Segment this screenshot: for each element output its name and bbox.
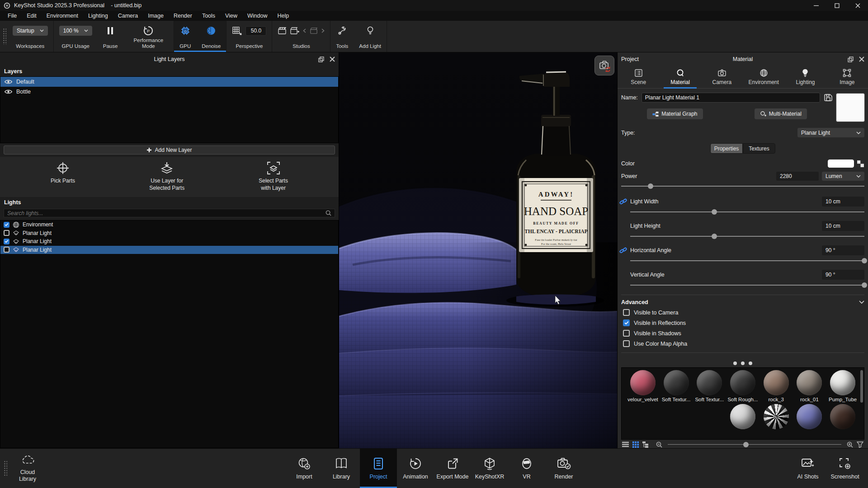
screenshot-button[interactable]: Screenshot: [826, 449, 863, 488]
tab-scene[interactable]: Scene: [618, 67, 659, 88]
tab-material[interactable]: Material: [659, 67, 701, 88]
close-panel-icon[interactable]: [859, 56, 864, 62]
menu-file[interactable]: File: [3, 11, 22, 21]
thumbnail-size-slider[interactable]: [668, 441, 841, 448]
toolbar-grip[interactable]: [3, 28, 6, 45]
light-checkbox[interactable]: [4, 247, 9, 253]
material-sphere[interactable]: [730, 404, 755, 429]
close-button[interactable]: [847, 0, 868, 11]
filter-icon[interactable]: [857, 441, 863, 448]
vertical-angle-slider[interactable]: [630, 282, 864, 288]
horizontal-angle-slider[interactable]: [630, 258, 864, 264]
library-button[interactable]: Library: [323, 449, 360, 488]
menu-render[interactable]: Render: [169, 11, 197, 21]
add-light-group[interactable]: Add Light: [354, 21, 387, 52]
add-studio-icon[interactable]: [290, 27, 299, 35]
tab-environment[interactable]: Environment: [743, 67, 784, 88]
layer-row-bottle[interactable]: Bottle: [0, 87, 338, 97]
workspace-dropdown[interactable]: Startup: [13, 26, 48, 36]
vr-button[interactable]: VR: [508, 449, 545, 488]
horizontal-angle-field[interactable]: 90 °: [822, 245, 864, 255]
focal-length-field[interactable]: 50.0: [245, 26, 266, 36]
link-icon[interactable]: [619, 247, 627, 254]
checkbox[interactable]: [623, 330, 630, 337]
light-width-field[interactable]: 10 cm: [822, 197, 864, 206]
material-thumb[interactable]: [826, 404, 859, 429]
lights-search-input[interactable]: [7, 210, 326, 216]
material-sphere[interactable]: [830, 404, 855, 429]
ribbon-grip[interactable]: [4, 460, 7, 476]
menu-help[interactable]: Help: [272, 11, 294, 21]
link-icon[interactable]: [619, 198, 627, 206]
visible-in-reflections-option[interactable]: Visible in Reflections: [621, 319, 864, 326]
cloud-library-button[interactable]: CloudLibrary: [9, 449, 46, 488]
gpu-toggle[interactable]: G GPU: [174, 21, 196, 52]
material-sphere[interactable]: [764, 370, 789, 395]
minimize-button[interactable]: [806, 0, 826, 11]
checkbox[interactable]: [623, 319, 630, 326]
tab-camera[interactable]: Camera: [701, 67, 743, 88]
material-sphere[interactable]: [697, 370, 722, 395]
eye-icon[interactable]: [5, 89, 12, 94]
tab-lighting[interactable]: Lighting: [784, 67, 826, 88]
checkbox[interactable]: [623, 309, 630, 316]
menu-environment[interactable]: Environment: [42, 11, 83, 21]
add-new-layer-button[interactable]: Add New Layer: [4, 145, 335, 155]
checkbox[interactable]: [623, 340, 630, 347]
studio-list-icon[interactable]: [310, 27, 318, 34]
material-thumb[interactable]: Soft Rough...: [726, 370, 760, 402]
tools-group[interactable]: Tools: [330, 21, 354, 52]
light-width-slider[interactable]: [630, 209, 864, 215]
material-thumb[interactable]: rock_3: [760, 370, 793, 402]
close-panel-icon[interactable]: [330, 56, 335, 62]
layer-row-default[interactable]: Default: [0, 77, 338, 87]
light-row-environment[interactable]: Environment: [0, 221, 338, 229]
power-slider[interactable]: [621, 183, 864, 189]
tree-view-icon[interactable]: [642, 441, 650, 448]
material-thumb[interactable]: Pump_Tube: [826, 370, 859, 402]
keyshotxr-button[interactable]: KeyShotXR: [471, 449, 508, 488]
light-checkbox[interactable]: [4, 222, 9, 228]
material-sphere[interactable]: [764, 404, 789, 429]
export-mode-button[interactable]: Export Mode: [434, 449, 471, 488]
render-button[interactable]: Render: [545, 449, 582, 488]
denoise-toggle[interactable]: Denoise: [196, 21, 226, 52]
use-layer-button[interactable]: Use Layer forSelected Parts: [149, 161, 184, 192]
performance-mode-group[interactable]: P Performance Mode: [123, 21, 174, 52]
light-row-planar-1[interactable]: Planar Light: [0, 229, 338, 238]
light-row-planar-3[interactable]: Planar Light: [0, 246, 338, 254]
maximize-button[interactable]: [826, 0, 847, 11]
menu-image[interactable]: Image: [143, 11, 169, 21]
ai-shots-button[interactable]: AI Shots: [789, 449, 826, 488]
vertical-angle-field[interactable]: 90 °: [822, 270, 864, 280]
material-sphere[interactable]: [830, 370, 855, 395]
save-icon[interactable]: [824, 94, 833, 102]
menu-tools[interactable]: Tools: [197, 11, 220, 21]
use-color-map-alpha-option[interactable]: Use Color Map Alpha: [621, 340, 864, 347]
material-type-dropdown[interactable]: Planar Light: [797, 128, 864, 137]
material-thumb[interactable]: [793, 404, 826, 429]
light-height-slider[interactable]: [630, 233, 864, 239]
advanced-section-header[interactable]: Advanced: [621, 299, 864, 305]
material-thumb[interactable]: rock_01: [793, 370, 826, 402]
material-thumb[interactable]: velour_velvet: [626, 370, 660, 402]
subtab-textures[interactable]: Textures: [743, 143, 775, 154]
material-sphere[interactable]: [730, 370, 755, 395]
subtab-properties[interactable]: Properties: [710, 143, 743, 154]
menu-lighting[interactable]: Lighting: [83, 11, 113, 21]
studio-icon[interactable]: [278, 27, 287, 35]
color-swatch[interactable]: [828, 160, 854, 168]
list-view-icon[interactable]: [622, 441, 629, 447]
material-name-input[interactable]: [642, 93, 820, 103]
power-value-field[interactable]: 2280: [776, 172, 819, 181]
light-checkbox[interactable]: [4, 230, 9, 236]
float-panel-icon[interactable]: [848, 56, 854, 62]
menu-window[interactable]: Window: [242, 11, 272, 21]
material-sphere[interactable]: [797, 370, 822, 395]
prev-studio-icon[interactable]: [303, 28, 306, 33]
power-unit-dropdown[interactable]: Lumen: [822, 172, 864, 181]
eye-icon[interactable]: [5, 79, 12, 84]
light-checkbox[interactable]: [4, 239, 9, 244]
pick-parts-button[interactable]: Pick Parts: [51, 161, 75, 185]
material-thumb[interactable]: Soft Textur...: [660, 370, 693, 402]
